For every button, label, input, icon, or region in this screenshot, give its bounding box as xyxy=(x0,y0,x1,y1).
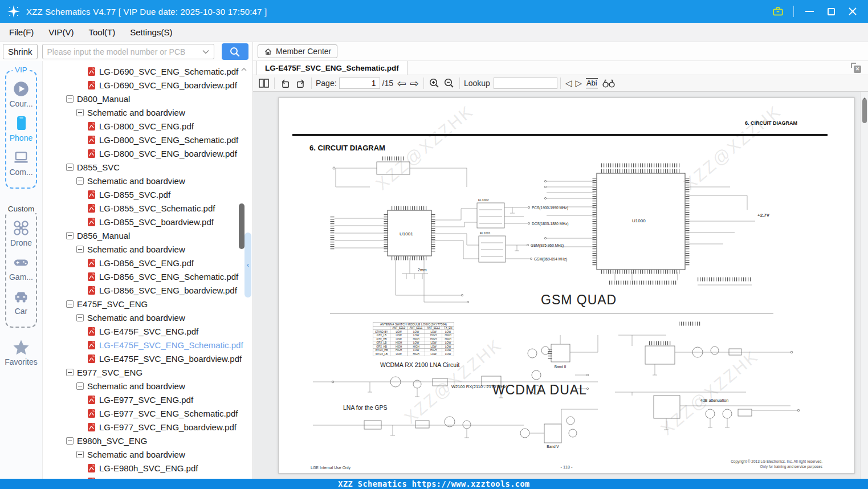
tree-row[interactable]: E980h_SVC_ENG xyxy=(43,434,252,447)
pdf-file-icon xyxy=(87,217,96,227)
search-input[interactable] xyxy=(43,47,202,56)
tree-row[interactable]: D856_Manual xyxy=(43,229,252,242)
tree-row[interactable]: LG-D856_SVC_ENG_boardview.pdf xyxy=(43,283,252,297)
pdf-file-icon xyxy=(87,409,96,418)
pdf-scrollbar-thumb[interactable] xyxy=(862,99,867,123)
collapse-box-icon[interactable] xyxy=(76,177,84,185)
tree-row[interactable]: D800_Manual xyxy=(43,92,252,105)
tree-row[interactable]: E475F_SVC_ENG xyxy=(43,297,252,311)
tree-row[interactable]: LG-E980h_SVC_ENG.pdf xyxy=(43,461,252,475)
rotate-ccw-icon[interactable] xyxy=(279,78,291,89)
tree-scroll-up-icon[interactable] xyxy=(241,63,247,74)
tree-item-label: LG-E475F_SVC_ENG_Schematic.pdf xyxy=(99,340,243,350)
maximize-button[interactable] xyxy=(825,5,837,18)
tree-row[interactable]: LG-E475F_SVC_ENG_Schematic.pdf xyxy=(43,338,252,352)
tree-row[interactable]: LG-D800_SVC_ENG_boardview.pdf xyxy=(43,146,252,160)
app-window: XZZ Schematics V4.77 [ VIP Due date: 202… xyxy=(0,0,868,489)
page-forward-arrow[interactable]: ⇨ xyxy=(410,78,419,89)
pdf-viewport[interactable]: 6. CIRCUIT DIAGRAM 6. CIRCUIT DIAGRAM XZ… xyxy=(253,92,868,479)
collapse-box-icon[interactable] xyxy=(66,164,74,171)
pdf-file-icon xyxy=(87,272,96,282)
tree-row[interactable]: LG-D690_SVC_ENG_Schematic.pdf xyxy=(43,64,252,78)
vip-briefcase-icon[interactable] xyxy=(772,5,784,18)
sidebar-item-phone[interactable]: Phone xyxy=(10,115,32,142)
tab-active-pdf[interactable]: LG-E475F_SVC_ENG_Schematic.pdf xyxy=(256,61,407,75)
tree-item-label: LG-D800_SVC_ENG.pdf xyxy=(99,121,194,131)
tree-row[interactable]: LG-D856_SVC_ENG_Schematic.pdf xyxy=(43,270,252,283)
tree-row[interactable]: Schematic and boardview xyxy=(43,379,252,393)
model-search-combobox[interactable] xyxy=(42,44,214,59)
tree-row[interactable]: Schematic and boardview xyxy=(43,105,252,119)
tree-row[interactable]: LG-E977_SVC_ENG.pdf xyxy=(43,393,252,406)
collapse-box-icon[interactable] xyxy=(66,232,74,239)
tree-row[interactable]: Schematic and boardview xyxy=(43,311,252,324)
sidebar-item-course[interactable]: Cour... xyxy=(9,80,32,108)
pdf-file-icon xyxy=(87,477,96,479)
sidebar-item-drone[interactable]: Drone xyxy=(10,219,32,247)
collapse-box-icon[interactable] xyxy=(76,246,84,253)
tree-row[interactable]: LG-E475F_SVC_ENG.pdf xyxy=(43,324,252,338)
tree-row[interactable]: Schematic and boardview xyxy=(43,174,252,188)
tree-item-label: Schematic and boardview xyxy=(87,313,185,323)
tree-row[interactable]: LG-D800_SVC_ENG.pdf xyxy=(43,119,252,133)
tree-item-label: E980h_SVC_ENG xyxy=(77,436,147,446)
match-case-icon[interactable]: Abi xyxy=(586,78,598,89)
tree-row[interactable]: E977_SVC_ENG xyxy=(43,365,252,379)
shrink-button[interactable]: Shrink xyxy=(3,44,38,59)
tree-row[interactable]: Schematic and boardview xyxy=(43,447,252,461)
lookup-input[interactable] xyxy=(494,78,557,89)
tree-row[interactable]: D855_SVC xyxy=(43,160,252,174)
tree-item-label: E977_SVC_ENG xyxy=(77,368,142,377)
two-page-view-icon[interactable] xyxy=(258,78,270,88)
tree-item-label: LG-E475F_SVC_ENG_boardview.pdf xyxy=(99,354,242,364)
tree-scrollbar-thumb[interactable] xyxy=(239,203,244,249)
zoom-in-icon[interactable] xyxy=(429,78,440,89)
sidebar-item-favorites[interactable]: Favorites xyxy=(5,339,38,366)
collapse-box-icon[interactable] xyxy=(66,95,74,103)
collapse-box-icon[interactable] xyxy=(76,451,84,458)
tree-row[interactable]: LG-E475F_SVC_ENG_boardview.pdf xyxy=(43,352,252,365)
collapse-box-icon[interactable] xyxy=(66,369,74,376)
menu-vip[interactable]: VIP(V) xyxy=(48,27,74,37)
tree-item-label: LG-D800_SVC_ENG_boardview.pdf xyxy=(99,149,237,158)
tree-row[interactable]: LG-D800_SVC_ENG_Schematic.pdf xyxy=(43,133,252,146)
tree-row[interactable]: LG-D856_SVC_ENG.pdf xyxy=(43,256,252,270)
tree-row[interactable]: LG-E977_SVC_ENG_boardview.pdf xyxy=(43,420,252,434)
pdf-scrollbar[interactable] xyxy=(860,92,868,479)
tree-row[interactable]: LG-E980h_SVC_ENG_Schematic.pdf xyxy=(43,475,252,479)
tree-row[interactable]: LG-E977_SVC_ENG_Schematic.pdf xyxy=(43,406,252,420)
tree-row[interactable]: LG-D855_SVC_Schematic.pdf xyxy=(43,201,252,215)
file-tree-panel[interactable]: LG-D690_SVC_ENG_Schematic.pdf LG-D690_SV… xyxy=(43,61,252,479)
rotate-cw-icon[interactable] xyxy=(295,78,307,89)
sidebar-item-car[interactable]: Car xyxy=(13,288,30,316)
find-prev-icon[interactable]: ◁ xyxy=(565,79,572,88)
collapse-box-icon[interactable] xyxy=(76,382,84,390)
collapse-box-icon[interactable] xyxy=(76,314,84,321)
page-back-arrow[interactable]: ⇦ xyxy=(397,78,406,89)
tree-row[interactable]: Schematic and boardview xyxy=(43,242,252,256)
binoculars-search-icon[interactable] xyxy=(602,78,616,88)
collapse-box-icon[interactable] xyxy=(76,109,84,116)
menu-file[interactable]: File(F) xyxy=(9,27,34,37)
menu-tool[interactable]: Tool(T) xyxy=(89,27,116,37)
tree-row[interactable]: LG-D855_SVC.pdf xyxy=(43,188,252,201)
zoom-out-icon[interactable] xyxy=(443,78,455,89)
sidebar-item-computer[interactable]: Com... xyxy=(9,149,32,177)
menu-settings[interactable]: Settings(S) xyxy=(130,27,172,37)
member-center-button[interactable]: Member Center xyxy=(258,44,337,58)
sidebar-item-game[interactable]: Gam... xyxy=(9,254,33,282)
find-next-icon[interactable]: ▷ xyxy=(575,79,582,88)
tree-row[interactable]: LG-D690_SVC_ENG_boardview.pdf xyxy=(43,78,252,92)
search-button[interactable] xyxy=(222,43,248,60)
pdf-file-icon xyxy=(87,190,96,199)
tree-item-label: LG-E977_SVC_ENG_boardview.pdf xyxy=(99,422,237,432)
panel-collapse-handle[interactable]: ‹ xyxy=(244,233,251,298)
close-button[interactable] xyxy=(846,5,859,18)
close-all-tabs-icon[interactable]: ✕ xyxy=(851,63,861,73)
minimize-button[interactable] xyxy=(803,5,816,18)
collapse-box-icon[interactable] xyxy=(66,300,74,308)
collapse-box-icon[interactable] xyxy=(66,437,74,445)
chevron-down-icon[interactable] xyxy=(202,50,209,54)
tree-row[interactable]: LG-D855_SVC_boardview.pdf xyxy=(43,215,252,229)
page-number-input[interactable] xyxy=(339,78,380,89)
